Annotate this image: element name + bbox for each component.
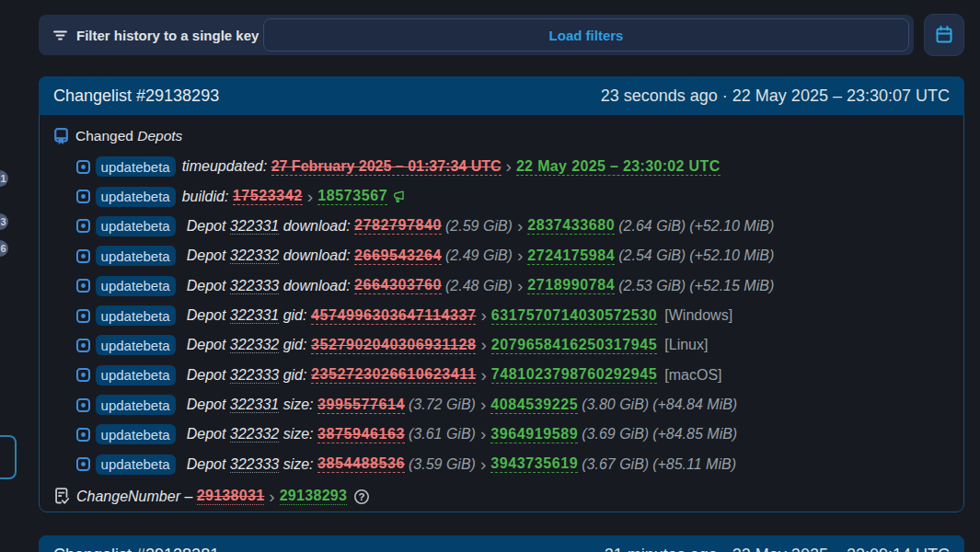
svg-text:?: ? xyxy=(359,491,365,502)
